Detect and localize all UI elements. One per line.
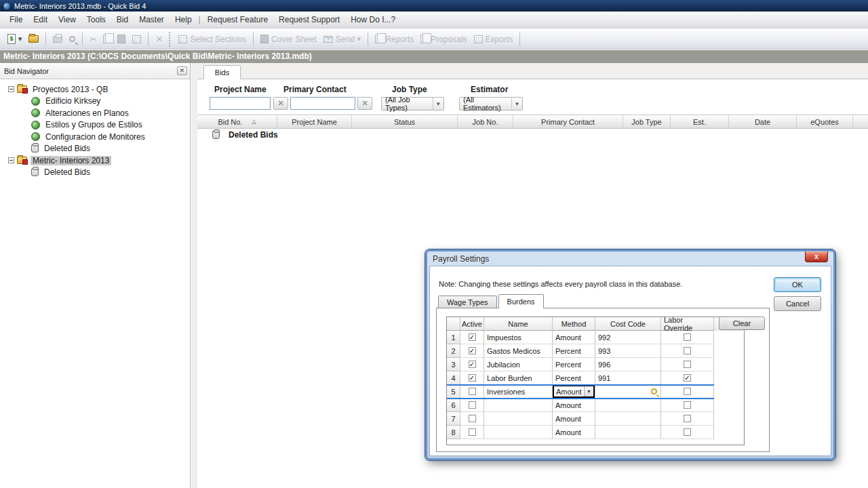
burden-row-2[interactable]: 2✓Gastos MedicosPercent993 <box>447 344 744 358</box>
name-cell[interactable]: Impuestos <box>484 331 553 344</box>
sidebar-item-deleted-bids-5[interactable]: Deleted Bids <box>0 143 190 155</box>
project-name-filter-input[interactable] <box>210 97 271 110</box>
clear-primary-contact-icon[interactable]: ✕ <box>357 97 372 110</box>
name-cell[interactable] <box>484 426 553 439</box>
reports-button[interactable]: Reports <box>372 33 417 46</box>
method-cell[interactable]: Percent <box>553 344 595 358</box>
menu-item-request-support[interactable]: Request Support <box>273 13 345 26</box>
send-button[interactable]: Send ▼ <box>320 33 364 46</box>
tab-bids[interactable]: Bids <box>203 65 241 80</box>
menu-item-file[interactable]: File <box>4 13 28 26</box>
burden-row-3[interactable]: 3✓JubilacionPercent996 <box>447 358 744 371</box>
active-checkbox[interactable] <box>469 401 476 409</box>
active-checkbox[interactable] <box>469 428 476 436</box>
labor-override-cell[interactable] <box>661 358 714 371</box>
cost-code-cell[interactable]: 992 <box>595 331 661 344</box>
tree-expander-icon[interactable] <box>8 86 14 92</box>
method-cell[interactable]: Percent <box>553 358 595 371</box>
chevron-down-icon[interactable]: ▼ <box>584 386 593 396</box>
print-button[interactable] <box>50 34 66 45</box>
sidebar-item-configuracion-de-monitores[interactable]: Configuracion de Monitores <box>0 131 190 143</box>
method-cell[interactable]: Amount <box>553 331 595 344</box>
column-header-bid-no[interactable]: Bid No.△ <box>197 115 277 128</box>
cost-code-cell[interactable] <box>595 412 661 426</box>
method-cell[interactable]: Amount <box>553 412 595 426</box>
menu-item-edit[interactable]: Edit <box>28 13 53 26</box>
active-checkbox[interactable]: ✓ <box>469 374 476 382</box>
labor-override-cell[interactable] <box>661 331 714 344</box>
cut-button[interactable]: ✂ <box>86 33 100 46</box>
menu-item-master[interactable]: Master <box>134 13 170 26</box>
active-cell[interactable]: ✓ <box>460 371 484 385</box>
labor-override-cell[interactable] <box>661 385 714 399</box>
active-cell[interactable]: ✓ <box>460 358 484 371</box>
column-header-primary-contact[interactable]: Primary Contact <box>513 115 623 128</box>
primary-contact-filter-input[interactable] <box>290 97 355 110</box>
job-type-select[interactable]: (All Job Types) ▼ <box>381 97 444 110</box>
name-cell[interactable]: Inversiones <box>484 385 553 399</box>
cost-code-cell[interactable] <box>595 385 661 399</box>
cost-code-cell[interactable]: 996 <box>595 358 661 371</box>
column-header-job-type[interactable]: Job Type <box>623 115 671 128</box>
navigator-close-button[interactable]: ✕ <box>177 66 187 75</box>
paste-button[interactable] <box>114 33 129 45</box>
labor-override-checkbox[interactable] <box>684 361 691 368</box>
column-header-project-name[interactable]: Project Name <box>277 115 352 128</box>
clear-button[interactable]: Clear <box>719 317 765 330</box>
labor-override-checkbox[interactable] <box>684 333 691 341</box>
labor-override-checkbox[interactable] <box>684 401 691 409</box>
proposals-button[interactable]: Proposals <box>417 33 470 46</box>
burden-row-1[interactable]: 1✓ImpuestosAmount992 <box>447 331 744 344</box>
name-cell[interactable]: Gastos Medicos <box>484 344 553 358</box>
method-cell[interactable]: Percent <box>553 371 595 385</box>
burden-row-4[interactable]: 4✓Labor BurdenPercent991✓ <box>447 371 744 385</box>
burden-row-8[interactable]: 8Amount <box>447 426 744 439</box>
tab-burdens[interactable]: Burdens <box>498 294 544 308</box>
ok-button[interactable]: OK <box>774 277 821 292</box>
active-checkbox[interactable] <box>469 388 476 395</box>
method-cell[interactable]: Amount▼ <box>553 385 595 399</box>
labor-override-cell[interactable] <box>661 344 714 358</box>
sidebar-item-estilos-y-grupos-de-estilos[interactable]: Estilos y Grupos de Estilos <box>0 119 190 131</box>
column-header-est[interactable]: Est. <box>671 115 729 128</box>
cost-code-cell[interactable] <box>595 399 661 412</box>
select-sections-button[interactable]: Select Sections <box>175 33 250 46</box>
burden-row-5[interactable]: 5InversionesAmount▼ <box>447 385 744 399</box>
labor-override-cell[interactable] <box>661 426 714 439</box>
cover-sheet-button[interactable]: Cover Sheet <box>257 33 320 46</box>
method-dropdown[interactable]: Amount▼ <box>553 385 595 398</box>
insert-button[interactable] <box>129 33 144 45</box>
labor-override-cell[interactable] <box>661 412 714 426</box>
active-cell[interactable]: ✓ <box>460 344 484 358</box>
name-cell[interactable] <box>484 399 553 412</box>
column-header-equotes[interactable]: eQuotes <box>797 115 853 128</box>
active-cell[interactable] <box>460 412 484 426</box>
sidebar-item-metric-interiors-2013[interactable]: Metric- Interiors 2013 <box>0 155 190 167</box>
clear-project-name-icon[interactable]: ✕ <box>273 97 288 110</box>
labor-override-cell[interactable]: ✓ <box>661 371 714 385</box>
tree-expander-icon[interactable] <box>8 157 14 163</box>
new-bid-button[interactable]: $ ▼ <box>4 32 25 46</box>
column-header-status[interactable]: Status <box>352 115 458 128</box>
menu-item-request-feature[interactable]: Request Feature <box>202 13 273 26</box>
column-header-job-no[interactable]: Job No. <box>458 115 513 128</box>
labor-override-checkbox[interactable] <box>684 428 691 436</box>
active-cell[interactable] <box>460 426 484 439</box>
open-button[interactable] <box>25 33 42 45</box>
menu-item-how-do-i[interactable]: How Do I...? <box>345 13 401 26</box>
dialog-close-button[interactable]: x <box>805 251 828 262</box>
sidebar-item-proyectos-2013-qb[interactable]: Proyectos 2013 - QB <box>0 83 190 96</box>
burden-row-7[interactable]: 7Amount <box>447 412 744 426</box>
cost-code-cell[interactable]: 991 <box>595 371 661 385</box>
copy-button[interactable] <box>100 33 114 45</box>
menu-item-view[interactable]: View <box>53 13 81 26</box>
burden-row-6[interactable]: 6Amount <box>447 399 744 412</box>
sidebar-item-deleted-bids-7[interactable]: Deleted Bids <box>0 167 190 179</box>
cost-code-cell[interactable]: 993 <box>595 344 661 358</box>
labor-override-checkbox[interactable] <box>684 347 691 354</box>
menu-item-tools[interactable]: Tools <box>81 13 111 26</box>
active-checkbox[interactable]: ✓ <box>469 347 476 354</box>
exports-button[interactable]: Exports <box>471 33 517 46</box>
active-checkbox[interactable] <box>469 415 476 422</box>
sidebar-item-alteraciones-en-planos[interactable]: Alteraciones en Planos <box>0 107 190 119</box>
